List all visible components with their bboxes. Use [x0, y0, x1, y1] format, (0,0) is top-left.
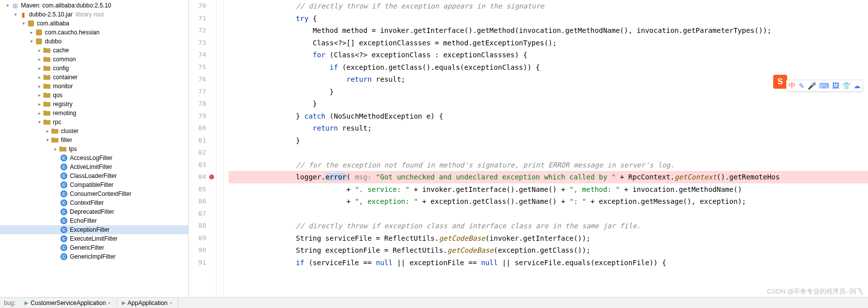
ime-keyboard-icon[interactable]: ⌨ [819, 82, 829, 90]
breakpoint-icon[interactable] [209, 174, 214, 179]
code-line[interactable]: } [229, 98, 868, 110]
chevron-down-icon: ▾ [13, 12, 18, 17]
tree-pkg[interactable]: ▾ com.alibaba [0, 19, 188, 28]
folder-icon [43, 82, 51, 90]
line-number[interactable]: 89 [189, 232, 206, 245]
chevron-right-icon: ▸ [29, 30, 34, 35]
tree-folder[interactable]: ▸container [0, 73, 188, 82]
tree-jar[interactable]: ▾ ▮ dubbo-2.5.10.jar library root [0, 10, 188, 19]
ime-image-icon[interactable]: 🖼 [832, 82, 839, 90]
code-line[interactable]: } [229, 86, 868, 98]
code-line[interactable]: if (serviceFile == null || exceptionFile… [229, 257, 868, 269]
line-number[interactable]: 76 [189, 73, 206, 86]
code-line[interactable]: // for the exception not found in method… [229, 159, 868, 171]
code-line[interactable]: } catch (NoSuchMethodException e) { [229, 110, 868, 123]
code-line[interactable] [229, 147, 868, 159]
project-tree[interactable]: ▾ ⊞ Maven: com.alibaba:dubbo:2.5.10 ▾ ▮ … [0, 0, 189, 297]
tree-folder[interactable]: ▸qos [0, 91, 188, 100]
tree-class[interactable]: CEchoFilter [0, 216, 188, 225]
line-number[interactable]: 71 [189, 12, 206, 25]
tree-class[interactable]: CExecuteLimitFilter [0, 234, 188, 243]
line-number[interactable]: 77 [189, 86, 206, 98]
code-line[interactable]: } [229, 135, 868, 147]
line-number[interactable]: 81 [189, 135, 206, 147]
tree-pkg[interactable]: ▾ dubbo [0, 37, 188, 46]
tree-folder[interactable]: ▸remoting [0, 109, 188, 118]
line-number[interactable]: 74 [189, 49, 206, 61]
tree-folder[interactable]: ▸monitor [0, 82, 188, 91]
code-line[interactable]: + ", exception: " + exception.getClass()… [229, 195, 868, 208]
line-number[interactable]: 82 [189, 147, 206, 159]
code-line[interactable]: // directly throw if exception class and… [229, 220, 868, 232]
run-tab[interactable]: ▶ AppApplication × [117, 299, 179, 308]
line-number[interactable]: 80 [189, 122, 206, 135]
line-number[interactable]: 86 [189, 195, 206, 208]
code-line[interactable]: + ". service: " + invoker.getInterface()… [229, 183, 868, 196]
code-area[interactable]: // directly throw if the exception appea… [224, 0, 868, 297]
sogou-icon[interactable]: S [773, 75, 787, 89]
line-number[interactable]: 79 [189, 110, 206, 123]
tree-class[interactable]: CActiveLimitFilter [0, 162, 188, 171]
tree-class[interactable]: CGenericImplFilter [0, 252, 188, 261]
code-line[interactable]: return result; [229, 122, 868, 135]
code-line[interactable]: for (Class<?> exceptionClass : exception… [229, 49, 868, 61]
tree-folder[interactable]: ▸cluster [0, 127, 188, 136]
line-number[interactable]: 91 [189, 257, 206, 269]
tree-folder[interactable]: ▸registry [0, 100, 188, 109]
tree-maven-root[interactable]: ▾ ⊞ Maven: com.alibaba:dubbo:2.5.10 [0, 1, 188, 10]
tree-class[interactable]: CConsumerContextFilter [0, 189, 188, 198]
line-number[interactable]: 72 [189, 24, 206, 37]
tree-folder[interactable]: ▾filter [0, 136, 188, 145]
folder-icon [43, 100, 51, 108]
tree-folder[interactable]: ▸cache [0, 46, 188, 55]
tree-class[interactable]: CAccessLogFilter [0, 154, 188, 162]
ime-cloud-icon[interactable]: ☁ [854, 82, 861, 90]
code-line[interactable]: String exceptionFile = ReflectUtils.getC… [229, 244, 868, 257]
tree-folder[interactable]: ▸tps [0, 145, 188, 154]
class-icon: C [60, 190, 68, 198]
tree-folder[interactable]: ▸config [0, 64, 188, 73]
tree-class[interactable]: CContextFilter [0, 198, 188, 207]
line-number[interactable]: 87 [189, 208, 206, 220]
code-line[interactable]: return result; [229, 73, 868, 86]
line-number[interactable]: 75 [189, 61, 206, 74]
line-number[interactable]: 73 [189, 37, 206, 49]
code-line[interactable]: try { [229, 12, 868, 25]
gutter[interactable]: 7071727374757677787980818283848586878889… [189, 0, 217, 297]
line-number[interactable]: 85 [189, 183, 206, 196]
code-line[interactable]: // directly throw if the exception appea… [229, 0, 868, 12]
run-tab[interactable]: ▶ CustomerServiceApplication × [19, 299, 116, 308]
line-number[interactable]: 90 [189, 244, 206, 257]
code-editor[interactable]: 7071727374757677787980818283848586878889… [189, 0, 868, 297]
chevron-right-icon: ▸ [37, 75, 42, 80]
tree-folder[interactable]: ▸common [0, 55, 188, 64]
code-line[interactable]: logger.error( msg: "Got unchecked and un… [229, 171, 868, 183]
tree-class[interactable]: CGenericFilter [0, 243, 188, 252]
tree-label: ExecuteLimitFilter [70, 235, 117, 242]
ime-lang-icon[interactable]: 中 [789, 81, 796, 90]
tree-class[interactable]: CCompatibleFilter [0, 180, 188, 189]
ime-skin-icon[interactable]: 👕 [842, 82, 851, 90]
chevron-right-icon: ▸ [37, 66, 42, 71]
tree-class[interactable]: CClassLoaderFilter [0, 171, 188, 180]
tree-pkg[interactable]: ▸ com.caucho.hessian [0, 28, 188, 37]
tree-folder[interactable]: ▾rpc [0, 118, 188, 127]
code-line[interactable]: Class<?>[] exceptionClassses = method.ge… [229, 37, 868, 49]
line-number[interactable]: 83 [189, 159, 206, 171]
code-line[interactable]: String serviceFile = ReflectUtils.getCod… [229, 232, 868, 245]
code-line[interactable] [229, 208, 868, 220]
ime-edit-icon[interactable]: ✎ [799, 82, 805, 90]
line-number[interactable]: 70 [189, 0, 206, 12]
close-icon[interactable]: × [170, 300, 173, 306]
tree-label: AccessLogFilter [70, 154, 112, 161]
line-number[interactable]: 78 [189, 98, 206, 110]
line-number[interactable]: 88 [189, 220, 206, 232]
ime-mic-icon[interactable]: 🎤 [808, 82, 816, 90]
line-number[interactable]: 84 [189, 171, 206, 183]
tree-class[interactable]: CExceptionFilter [0, 225, 188, 234]
tree-class[interactable]: CDeprecatedFilter [0, 207, 188, 216]
ime-toolbar[interactable]: 中 ✎ 🎤 ⌨ 🖼 👕 ☁ [786, 80, 863, 92]
close-icon[interactable]: × [108, 300, 111, 306]
code-line[interactable]: if (exception.getClass().equals(exceptio… [229, 61, 868, 74]
code-line[interactable]: Method method = invoker.getInterface().g… [229, 24, 868, 37]
